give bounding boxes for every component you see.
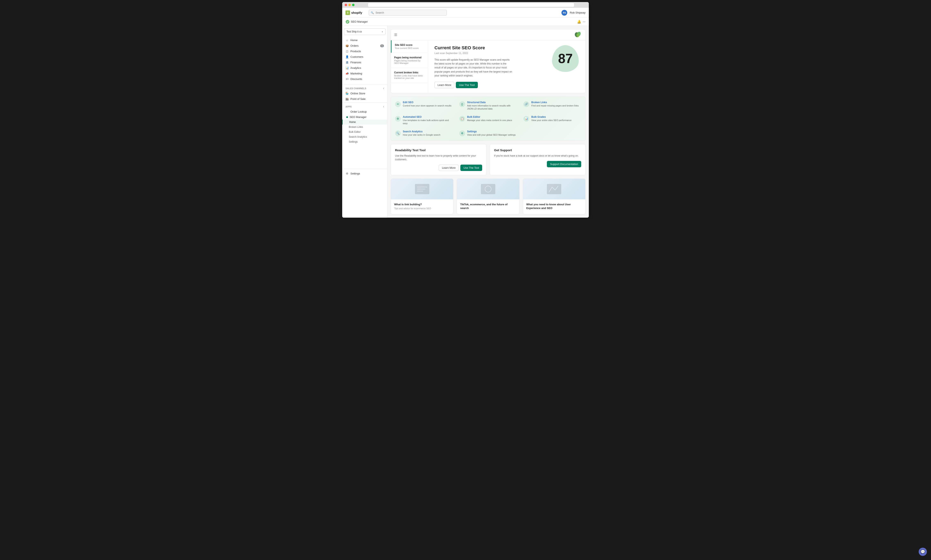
search-input[interactable] <box>369 10 447 15</box>
seo-score-item-2[interactable]: Current broken links Broken Links that h… <box>391 68 428 83</box>
bell-icon[interactable]: 🔔 <box>577 20 581 24</box>
sidebar-item-orders[interactable]: 📦 Orders 5 <box>342 43 387 49</box>
online-store-icon: 🏪 <box>345 92 349 95</box>
sidebar-item-products[interactable]: ◫ Products <box>342 49 387 54</box>
readability-use-tool-button[interactable]: Use The Tool <box>460 165 482 171</box>
search-wrapper: 🔍 <box>369 10 447 15</box>
broken-links-icon: 🔗 <box>523 101 529 107</box>
feature-edit-seo-text: Edit SEO Control how your store appears … <box>403 101 451 107</box>
blog-card-0-content: What is link building? Tips and advice f… <box>391 199 453 213</box>
blog-card-0-title[interactable]: What is link building? <box>394 203 450 206</box>
support-actions: Support Documentation <box>494 161 581 167</box>
readability-learn-more-button[interactable]: Learn More <box>439 165 459 171</box>
discounts-icon: 🏷 <box>345 77 349 80</box>
blog-card-1: TikTok, ecommerce, and the future of sea… <box>457 178 519 214</box>
blog-card-1-title[interactable]: TikTok, ecommerce, and the future of sea… <box>460 203 516 210</box>
feature-broken-links-title[interactable]: Broken Links <box>531 101 579 104</box>
more-icon[interactable]: ⋯ <box>583 20 586 23</box>
support-docs-button[interactable]: Support Documentation <box>547 161 581 167</box>
subnav-item-bulk-editor[interactable]: Bulk Editor <box>342 129 387 134</box>
seo-score-item-0[interactable]: Site SEO score Your current SEO score <box>391 40 428 53</box>
feature-settings-title[interactable]: Settings <box>467 130 516 133</box>
feature-bulk-grades-text: Bulk Grades View your entire sites SEO p… <box>531 115 571 122</box>
support-desc: If you're stuck have a look at our suppo… <box>494 154 581 158</box>
finances-icon: 🏦 <box>345 61 349 64</box>
chevron-right-icon: › <box>383 87 384 90</box>
avatar: RS <box>562 10 567 15</box>
sidebar-item-finances[interactable]: 🏦 Finances <box>342 60 387 65</box>
sidebar-item-orders-label: Orders <box>351 44 359 47</box>
settings-icon-feature: ⚙ <box>459 131 465 136</box>
blog-img-2-svg <box>546 183 562 195</box>
feature-search-analytics-title[interactable]: Search Analytics <box>403 130 440 133</box>
sidebar-bottom: ⚙ Settings <box>342 169 387 178</box>
products-icon: ◫ <box>345 50 349 53</box>
url-bar[interactable] <box>368 3 574 7</box>
blog-card-0-sub: Tips and advice for ecommerce SEO <box>394 207 450 209</box>
sidebar-item-discounts[interactable]: 🏷 Discounts <box>342 76 387 82</box>
feature-bulk-grades: 📊 Bulk Grades View your entire sites SEO… <box>523 115 581 125</box>
seo-score-section: Site SEO score Your current SEO score Pa… <box>391 40 585 93</box>
store-selector[interactable]: Test Ship it co ▾ <box>344 28 386 35</box>
subnav-item-settings[interactable]: Settings <box>342 139 387 144</box>
sidebar-item-marketing-label: Marketing <box>351 72 362 75</box>
subnav-item-search-analytics[interactable]: Search Analytics <box>342 134 387 139</box>
feature-structured-data: {} Structured Data Add more information … <box>459 101 517 111</box>
feature-bulk-grades-title[interactable]: Bulk Grades <box>531 115 571 118</box>
sidebar-item-marketing[interactable]: 📣 Marketing <box>342 71 387 76</box>
shopify-logo-text: shopify <box>351 11 362 14</box>
subnav-item-broken-links[interactable]: Broken Links <box>342 125 387 129</box>
sidebar-item-finances-label: Finances <box>351 61 361 64</box>
hamburger-icon[interactable]: ☰ <box>394 33 397 37</box>
sidebar-item-order-lookup[interactable]: Order Lookup <box>342 109 387 114</box>
home-icon: ⌂ <box>345 38 349 42</box>
nav-divider <box>342 84 387 85</box>
blog-cards: What is link building? Tips and advice f… <box>391 178 586 214</box>
blog-card-2-content: What you need to know about User Experie… <box>523 199 585 214</box>
minimize-button[interactable] <box>348 4 351 6</box>
titlebar <box>342 2 589 8</box>
sidebar-item-pos-label: Point of Sale <box>351 97 366 100</box>
feature-automated-seo-title[interactable]: Automated SEO <box>403 115 453 118</box>
structured-data-icon: {} <box>459 101 465 107</box>
learn-more-button[interactable]: Learn More <box>434 82 454 88</box>
hero-desc: This score will update frequently as SEO… <box>434 58 512 78</box>
feature-search-analytics: 🔍 Search Analytics How your site ranks i… <box>395 130 453 137</box>
sidebar-item-seo-manager[interactable]: SEO Manager <box>342 114 387 120</box>
blog-card-2-title[interactable]: What you need to know about User Experie… <box>526 203 582 210</box>
blog-card-1-img <box>457 179 519 199</box>
subnav-item-home[interactable]: Home <box>342 120 387 125</box>
sidebar-item-online-store[interactable]: 🏪 Online Store <box>342 91 387 96</box>
sidebar-item-online-store-label: Online Store <box>351 92 365 95</box>
seo-score-item-1-title: Pages being monitored <box>394 56 425 59</box>
blog-card-1-content: TikTok, ecommerce, and the future of sea… <box>457 199 519 214</box>
seo-menu-bar: ☰ <box>391 29 585 40</box>
sidebar-item-order-lookup-label: Order Lookup <box>351 110 367 113</box>
feature-structured-data-title[interactable]: Structured Data <box>467 101 517 104</box>
app-header: SEO Manager 🔔 ⋯ <box>342 18 589 26</box>
sidebar-item-point-of-sale[interactable]: 🏬 Point of Sale <box>342 96 387 102</box>
seo-score-item-0-title: Site SEO score <box>395 43 425 46</box>
blog-img-0-svg <box>414 183 430 195</box>
sidebar-item-customers[interactable]: 👤 Customers <box>342 54 387 60</box>
sidebar-item-analytics[interactable]: 📊 Analytics <box>342 65 387 71</box>
sidebar-item-home-label: Home <box>351 38 358 42</box>
seo-score-item-1[interactable]: Pages being monitored Pages being monito… <box>391 53 428 68</box>
feature-structured-data-desc: Add more information to search results w… <box>467 104 517 111</box>
orders-badge: 5 <box>380 45 384 47</box>
seo-score-card: ☰ Site SEO score Your current SEO scor <box>391 29 586 93</box>
feature-bulk-editor-title[interactable]: Bulk Editor <box>467 115 512 118</box>
sidebar-item-settings[interactable]: ⚙ Settings <box>342 171 387 176</box>
settings-icon: ⚙ <box>345 172 349 175</box>
feature-edit-seo-title[interactable]: Edit SEO <box>403 101 451 104</box>
use-tool-button[interactable]: Use The Tool <box>456 82 478 88</box>
feature-structured-data-text: Structured Data Add more information to … <box>467 101 517 111</box>
close-button[interactable] <box>345 4 347 6</box>
sidebar-item-seo-label: SEO Manager <box>349 115 366 118</box>
maximize-button[interactable] <box>352 4 354 6</box>
main-content: ☰ Site SEO score Your current SEO scor <box>388 26 589 218</box>
readability-title: Readability Test Tool <box>395 148 482 152</box>
automated-seo-icon: ⚙ <box>395 116 401 122</box>
blog-card-0-img <box>391 179 453 199</box>
sidebar-item-home[interactable]: ⌂ Home <box>342 37 387 43</box>
